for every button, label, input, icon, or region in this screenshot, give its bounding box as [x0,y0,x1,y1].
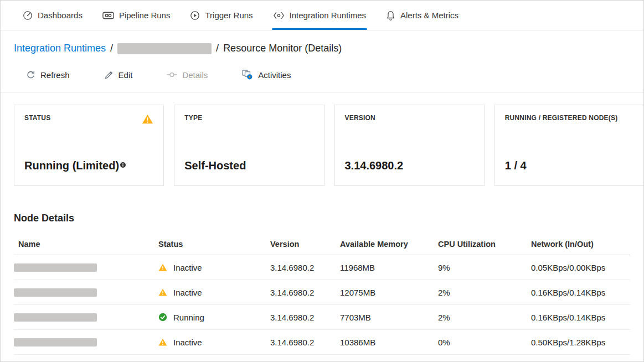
toolbar: Refresh Edit Details [25,68,630,82]
node-memory: 12075MB [340,288,438,297]
table-row: Inactive 3.14.6980.2 11968MB 9% 0.05KBps… [14,255,630,280]
table-header-row: Name Status Version Available Memory CPU… [14,233,630,255]
nodes-card-label: RUNNING / REGISTERED NODE(S) [505,114,618,122]
type-card-label: TYPE [184,114,202,122]
node-memory: 10386MB [340,338,438,347]
tab-label: Integration Runtimes [290,11,366,20]
node-network: 0.05KBps/0.00KBps [531,263,630,272]
node-details-title: Node Details [14,213,630,224]
breadcrumb-separator: / [216,43,219,54]
table-row: Running 3.14.6980.2 7703MB 2% 0.16KBps/0… [14,305,630,330]
tab-pipeline-runs[interactable]: Pipeline Runs [102,1,171,30]
node-status: Inactive [173,263,202,272]
type-card: TYPE Self-Hosted [174,105,324,186]
refresh-button[interactable]: Refresh [25,68,71,82]
node-status: Inactive [173,288,202,297]
monitor-page: Dashboards Pipeline Runs Trigger Runs [0,0,644,362]
node-status: Running [173,313,204,322]
node-cpu: 2% [438,313,531,322]
activities-icon [242,70,253,80]
node-status: Inactive [173,338,202,347]
redacted-node-name [14,263,97,272]
tab-alerts-metrics[interactable]: Alerts & Metrics [386,1,458,30]
nodes-card: RUNNING / REGISTERED NODE(S) 1 / 4 [494,105,644,186]
node-version: 3.14.6980.2 [270,338,340,347]
tab-label: Trigger Runs [205,11,253,20]
redacted-node-name [14,313,97,322]
status-card-label: STATUS [24,114,50,122]
node-cpu: 2% [438,288,531,297]
redacted-runtime-name [117,43,212,54]
integration-runtime-icon [273,11,285,20]
edit-label: Edit [119,70,133,80]
tab-bar: Dashboards Pipeline Runs Trigger Runs [1,1,643,30]
redacted-node-name [14,338,97,347]
table-row: Inactive 3.14.6980.2 12075MB 2% 0.16KBps… [14,280,630,305]
tab-integration-runtimes[interactable]: Integration Runtimes [273,1,366,30]
node-memory: 7703MB [340,313,438,322]
version-card: VERSION 3.14.6980.2 [334,105,485,186]
node-version: 3.14.6980.2 [270,313,340,322]
column-header-status: Status [158,240,270,249]
activities-button[interactable]: Activities [241,68,292,82]
column-header-version: Version [270,240,340,249]
details-label: Details [182,70,208,80]
column-header-name: Name [14,240,158,249]
success-check-icon [158,313,167,322]
dashboard-gauge-icon [23,11,33,20]
summary-cards: STATUS Running (Limited) TYPE Self-Hoste… [14,105,644,186]
column-header-network: Network (In/Out) [531,240,630,249]
column-header-cpu: CPU Utilization [438,240,531,249]
node-details-table: Name Status Version Available Memory CPU… [14,233,630,355]
node-cpu: 9% [438,263,531,272]
status-card-value: Running (Limited) [24,159,153,172]
warning-icon [142,114,153,124]
warning-icon [158,263,167,271]
refresh-icon [26,70,35,80]
table-row: Inactive 3.14.6980.2 10386MB 0% 0.50KBps… [14,330,630,355]
activities-label: Activities [258,70,291,80]
play-circle-icon [190,11,200,20]
tab-dashboards[interactable]: Dashboards [23,1,83,30]
node-version: 3.14.6980.2 [270,288,340,297]
column-header-memory: Available Memory [340,240,438,249]
tab-trigger-runs[interactable]: Trigger Runs [190,1,253,30]
node-network: 0.16KBps/0.14KBps [531,313,630,322]
breadcrumb-separator: / [110,43,113,54]
breadcrumb: Integration Runtimes / / Resource Monito… [14,43,630,54]
node-network: 0.16KBps/0.14KBps [531,288,630,297]
nodes-card-value: 1 / 4 [505,159,634,172]
version-card-label: VERSION [345,114,375,122]
type-card-value: Self-Hosted [184,159,313,172]
details-icon [167,71,177,78]
redacted-node-name [14,288,97,297]
bell-icon [386,11,395,20]
refresh-label: Refresh [40,70,70,80]
node-network: 0.50KBps/1.28KBps [531,338,630,347]
breadcrumb-current: Resource Monitor (Details) [223,43,342,54]
toolbar-divider [1,92,643,92]
breadcrumb-root-link[interactable]: Integration Runtimes [14,43,106,54]
tab-label: Pipeline Runs [119,11,171,20]
node-version: 3.14.6980.2 [270,263,340,272]
node-cpu: 0% [438,338,531,347]
edit-button[interactable]: Edit [103,68,134,82]
tab-label: Alerts & Metrics [400,11,458,20]
tab-label: Dashboards [38,11,83,20]
version-card-value: 3.14.6980.2 [345,159,474,172]
warning-icon [158,288,167,296]
node-memory: 11968MB [340,263,438,272]
warning-icon [158,338,167,346]
pencil-icon [104,70,114,80]
details-button[interactable]: Details [166,68,209,82]
pipeline-icon [102,12,114,19]
info-icon[interactable] [120,158,126,169]
status-card: STATUS Running (Limited) [14,105,164,186]
